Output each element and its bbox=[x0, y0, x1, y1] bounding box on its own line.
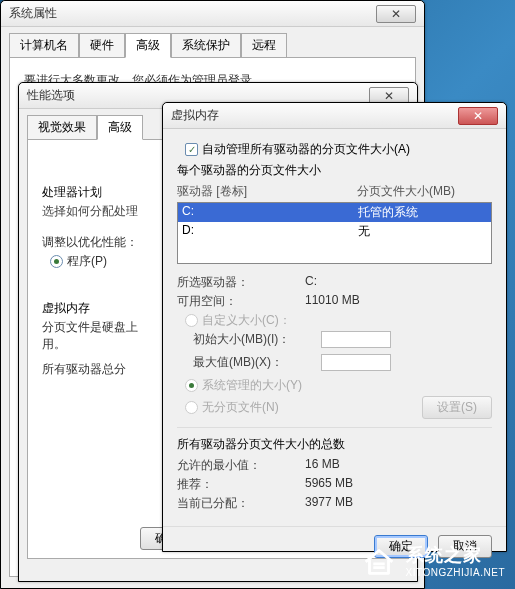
close-button[interactable]: ✕ bbox=[376, 5, 416, 23]
initial-size-input bbox=[321, 331, 391, 348]
logo-url: XITONGZHIJIA.NET bbox=[406, 567, 506, 578]
max-size-input bbox=[321, 354, 391, 371]
tab-advanced[interactable]: 高级 bbox=[97, 115, 143, 140]
tab-hardware[interactable]: 硬件 bbox=[79, 33, 125, 58]
tab-advanced[interactable]: 高级 bbox=[125, 33, 171, 58]
set-button: 设置(S) bbox=[422, 396, 492, 419]
divider bbox=[177, 427, 492, 428]
checkbox-icon bbox=[185, 143, 198, 156]
radio-icon bbox=[185, 401, 198, 414]
col-drive: 驱动器 [卷标] bbox=[177, 183, 357, 200]
tab-remote[interactable]: 远程 bbox=[241, 33, 287, 58]
each-drive-label: 每个驱动器的分页文件大小 bbox=[177, 162, 492, 179]
tab-computer-name[interactable]: 计算机名 bbox=[9, 33, 79, 58]
auto-manage-checkbox[interactable]: 自动管理所有驱动器的分页文件大小(A) bbox=[185, 141, 492, 158]
watermark-logo: 系统之家 XITONGZHIJIA.NET bbox=[360, 541, 506, 579]
virtual-memory-window: 虚拟内存 ✕ 自动管理所有驱动器的分页文件大小(A) 每个驱动器的分页文件大小 … bbox=[162, 102, 507, 552]
titlebar: 虚拟内存 ✕ bbox=[163, 103, 506, 129]
tab-visual-effects[interactable]: 视觉效果 bbox=[27, 115, 97, 140]
checkbox-label: 自动管理所有驱动器的分页文件大小(A) bbox=[202, 141, 410, 158]
close-icon: ✕ bbox=[384, 89, 394, 103]
titlebar: 系统属性 ✕ bbox=[1, 1, 424, 27]
radio-no-paging: 无分页文件(N) bbox=[185, 399, 422, 416]
min-row: 允许的最小值：16 MB bbox=[177, 457, 492, 474]
logo-name: 系统之家 bbox=[406, 543, 506, 567]
available-space-row: 可用空间：11010 MB bbox=[177, 293, 492, 310]
list-item[interactable]: D: 无 bbox=[178, 222, 491, 241]
radio-label: 无分页文件(N) bbox=[202, 399, 279, 416]
cur-row: 当前已分配：3977 MB bbox=[177, 495, 492, 512]
size-cell: 无 bbox=[358, 223, 370, 240]
rec-row: 推荐：5965 MB bbox=[177, 476, 492, 493]
radio-label: 自定义大小(C)： bbox=[202, 312, 291, 329]
selected-drive-row: 所选驱动器：C: bbox=[177, 274, 492, 291]
radio-system-managed: 系统管理的大小(Y) bbox=[185, 377, 492, 394]
window-title: 系统属性 bbox=[9, 5, 376, 22]
max-size-row: 最大值(MB)(X)： bbox=[193, 354, 492, 371]
dialog-body: 自动管理所有驱动器的分页文件大小(A) 每个驱动器的分页文件大小 驱动器 [卷标… bbox=[163, 129, 506, 526]
drive-list[interactable]: C: 托管的系统 D: 无 bbox=[177, 202, 492, 264]
close-button[interactable]: ✕ bbox=[458, 107, 498, 125]
radio-icon bbox=[185, 314, 198, 327]
tabstrip: 计算机名 硬件 高级 系统保护 远程 bbox=[1, 27, 424, 58]
totals-heading: 所有驱动器分页文件大小的总数 bbox=[177, 436, 492, 453]
list-item[interactable]: C: 托管的系统 bbox=[178, 203, 491, 222]
close-icon: ✕ bbox=[391, 7, 401, 21]
close-icon: ✕ bbox=[473, 109, 483, 123]
drive-cell: C: bbox=[182, 204, 358, 221]
col-size: 分页文件大小(MB) bbox=[357, 183, 455, 200]
tab-system-protection[interactable]: 系统保护 bbox=[171, 33, 241, 58]
drive-cell: D: bbox=[182, 223, 358, 240]
radio-custom-size: 自定义大小(C)： bbox=[185, 312, 492, 329]
radio-icon bbox=[50, 255, 63, 268]
house-icon bbox=[360, 541, 398, 579]
window-title: 虚拟内存 bbox=[171, 107, 458, 124]
initial-size-row: 初始大小(MB)(I)： bbox=[193, 331, 492, 348]
size-cell: 托管的系统 bbox=[358, 204, 418, 221]
list-header: 驱动器 [卷标] 分页文件大小(MB) bbox=[177, 183, 492, 200]
radio-icon bbox=[185, 379, 198, 392]
radio-label: 系统管理的大小(Y) bbox=[202, 377, 302, 394]
radio-label: 程序(P) bbox=[67, 253, 107, 270]
